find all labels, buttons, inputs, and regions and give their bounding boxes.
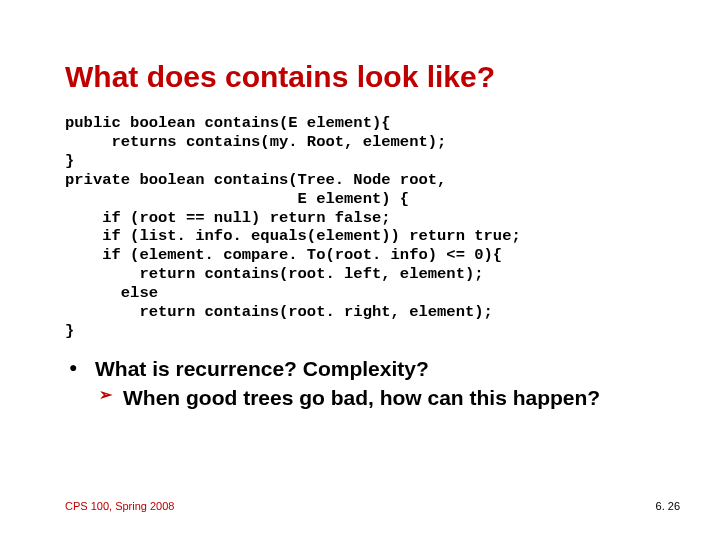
sub-bullet-text: When good trees go bad, how can this hap… [123, 386, 600, 409]
sub-bullet-item: When good trees go bad, how can this hap… [95, 385, 655, 411]
bullet-text: What is recurrence? Complexity? [95, 357, 429, 380]
code-block: public boolean contains(E element){ retu… [65, 114, 655, 341]
bullet-item: What is recurrence? Complexity? When goo… [65, 357, 655, 411]
slide-title: What does contains look like? [65, 60, 655, 94]
sub-bullet-list: When good trees go bad, how can this hap… [95, 385, 655, 411]
footer-right: 6. 26 [656, 500, 680, 512]
footer-left: CPS 100, Spring 2008 [65, 500, 174, 512]
slide: What does contains look like? public boo… [0, 0, 720, 540]
bullet-list: What is recurrence? Complexity? When goo… [65, 357, 655, 411]
